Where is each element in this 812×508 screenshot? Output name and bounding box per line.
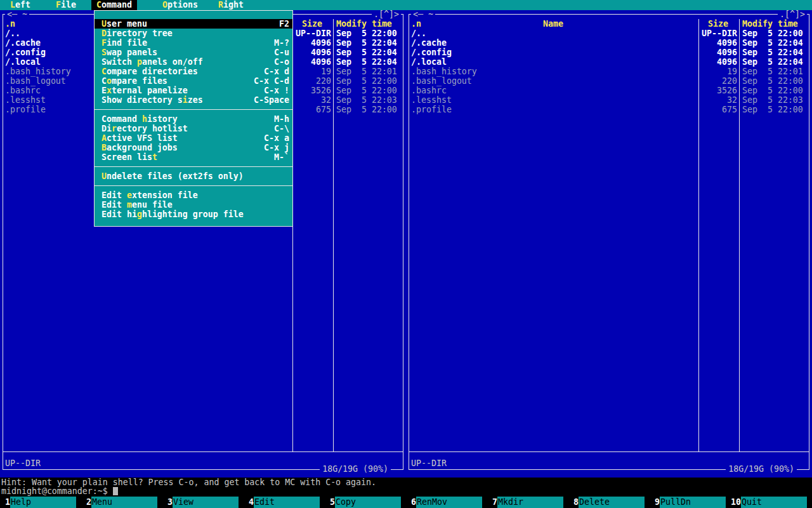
file-mtime: Sep 5 22:04 — [742, 48, 803, 57]
column-header-size[interactable]: Size — [293, 19, 331, 29]
panel-path-label[interactable]: <─ ~ — [5, 10, 29, 18]
menu-item[interactable]: Background jobsC-x j — [95, 143, 292, 152]
file-name: /.config — [411, 48, 452, 57]
menu-item-shortcut: C-x a — [264, 133, 289, 143]
menu-item[interactable]: Compare filesC-x C-d — [95, 76, 292, 86]
fkey-number: 2 — [81, 497, 91, 508]
file-size: 675 — [697, 105, 737, 114]
fkey-label: Delete — [579, 497, 645, 508]
column-header-size[interactable]: Size — [699, 19, 737, 29]
file-row[interactable]: .bashrc3526Sep 5 22:00 — [406, 86, 812, 95]
file-mtime: Sep 5 22:04 — [336, 48, 397, 57]
fkey-number: 10 — [731, 497, 741, 508]
label-text: Di — [102, 124, 112, 133]
column-header-mtime[interactable]: Modify time — [336, 19, 392, 29]
hotkey-letter: S — [102, 48, 107, 57]
file-name: .bash_history — [411, 67, 477, 76]
menu-item-shortcut: M-h — [274, 114, 289, 124]
file-row[interactable]: /..UP--DIRSep 5 22:00 — [406, 29, 812, 38]
menu-item[interactable]: Command historyM-h — [95, 114, 292, 124]
file-mtime: Sep 5 22:00 — [742, 29, 803, 38]
fkey-number: 8 — [568, 497, 579, 508]
menu-item[interactable]: Compare directoriesC-x d — [95, 67, 292, 76]
up-dir-button[interactable]: .[^]> — [778, 10, 807, 18]
label-text: irectory tree — [107, 29, 173, 38]
label-text: Edit hi — [102, 210, 137, 219]
menu-item[interactable]: Find fileM-? — [95, 38, 292, 48]
menu-item-shortcut: M-? — [274, 38, 289, 48]
file-size: 4096 — [697, 57, 737, 67]
menu-item[interactable]: Edit menu file — [95, 200, 292, 210]
file-name: /.local — [411, 57, 447, 67]
fkey-button-6[interactable]: 6RenMov — [406, 497, 487, 508]
menu-item[interactable]: User menuF2 — [95, 19, 292, 29]
shell-prompt[interactable]: midnight@commander:~$ — [0, 486, 812, 497]
file-mtime: Sep 5 22:00 — [336, 105, 397, 114]
panel-path-label[interactable]: <─ ~ — [411, 10, 435, 18]
label-text: Show directory s — [102, 95, 183, 105]
menu-item[interactable]: Undelete files (ext2fs only) — [95, 171, 292, 181]
menu-item[interactable]: Edit highlighting group file — [95, 210, 292, 219]
fkey-button-5[interactable]: 5Copy — [325, 497, 406, 508]
menubar-item-file[interactable]: File — [56, 0, 76, 10]
menu-item[interactable]: Swap panelsC-u — [95, 48, 292, 57]
fkey-button-2[interactable]: 2Menu — [81, 497, 162, 508]
menu-separator — [95, 162, 292, 171]
label-text: wap panels — [107, 48, 157, 57]
file-size: 4096 — [697, 48, 737, 57]
file-row[interactable]: /.local4096Sep 5 22:04 — [406, 57, 812, 67]
hotkey-letter: i — [183, 95, 188, 105]
label-text: Edit — [102, 200, 127, 210]
menubar-item-right[interactable]: Right — [218, 0, 244, 10]
fkey-label: Menu — [91, 497, 157, 508]
file-mtime: Sep 5 22:00 — [742, 86, 803, 95]
hotkey-letter: p — [137, 57, 142, 67]
fkey-number: 1 — [0, 497, 10, 508]
hotkey-letter: F — [102, 38, 107, 48]
up-dir-button[interactable]: .[^]> — [372, 10, 401, 18]
menu-item[interactable]: Screen listM-` — [95, 152, 292, 162]
file-row[interactable]: .lesshst32Sep 5 22:03 — [406, 95, 812, 105]
fkey-button-3[interactable]: 3View — [162, 497, 244, 508]
menu-item[interactable]: Directory tree — [95, 29, 292, 38]
file-mtime: Sep 5 22:01 — [336, 67, 397, 76]
fkey-button-1[interactable]: 1Help — [0, 497, 81, 508]
fkey-button-9[interactable]: 9PullDn — [650, 497, 731, 508]
menubar-item-options[interactable]: Options — [162, 0, 198, 10]
menu-item[interactable]: Switch panels on/offC-o — [95, 57, 292, 67]
label-text: ompare directories — [107, 67, 198, 76]
label-text: ackground jobs — [107, 143, 178, 152]
file-row[interactable]: .profile675Sep 5 22:00 — [406, 105, 812, 114]
file-row[interactable]: /.cache4096Sep 5 22:04 — [406, 38, 812, 48]
menubar-item-left[interactable]: Left — [10, 0, 30, 10]
menu-item[interactable]: Active VFS listC-x a — [95, 133, 292, 143]
menu-item[interactable]: Show directory sizesC-Space — [95, 95, 292, 105]
fkey-button-8[interactable]: 8Delete — [568, 497, 650, 508]
label-text: anels on/off — [142, 57, 203, 67]
file-name: .bashrc — [5, 86, 41, 95]
file-size: 3526 — [291, 86, 331, 95]
file-row[interactable]: /.config4096Sep 5 22:04 — [406, 48, 812, 57]
file-name: .lesshst — [5, 95, 46, 105]
column-header-mtime[interactable]: Modify time — [742, 19, 798, 29]
menubar-item-command[interactable]: Command — [91, 0, 137, 10]
label-text: Command — [102, 114, 142, 124]
menu-item-shortcut: C-x j — [264, 143, 289, 152]
fkey-button-10[interactable]: 10Quit — [731, 497, 812, 508]
file-row[interactable]: .bash_history19Sep 5 22:01 — [406, 67, 812, 76]
file-size: UP--DIR — [697, 29, 737, 38]
file-name: .lesshst — [411, 95, 452, 105]
menu-item-shortcut: C-o — [274, 57, 289, 67]
fkey-button-7[interactable]: 7Mkdir — [487, 497, 568, 508]
hotkey-letter: C — [102, 67, 107, 76]
menu-item[interactable]: Edit extension file — [95, 190, 292, 200]
column-header-name[interactable]: Name — [411, 19, 695, 29]
menu-item[interactable]: Directory hotlistC-\ — [95, 124, 292, 133]
file-row[interactable]: .bash_logout220Sep 5 22:00 — [406, 76, 812, 86]
file-size: 4096 — [697, 38, 737, 48]
menu-item[interactable]: External panelizeC-x ! — [95, 86, 292, 95]
fkey-button-4[interactable]: 4Edit — [244, 497, 325, 508]
file-list: /..UP--DIRSep 5 22:00/.cache4096Sep 5 22… — [406, 29, 812, 114]
hotkey-letter: o — [107, 76, 112, 86]
panel-frame-line — [409, 14, 809, 15]
